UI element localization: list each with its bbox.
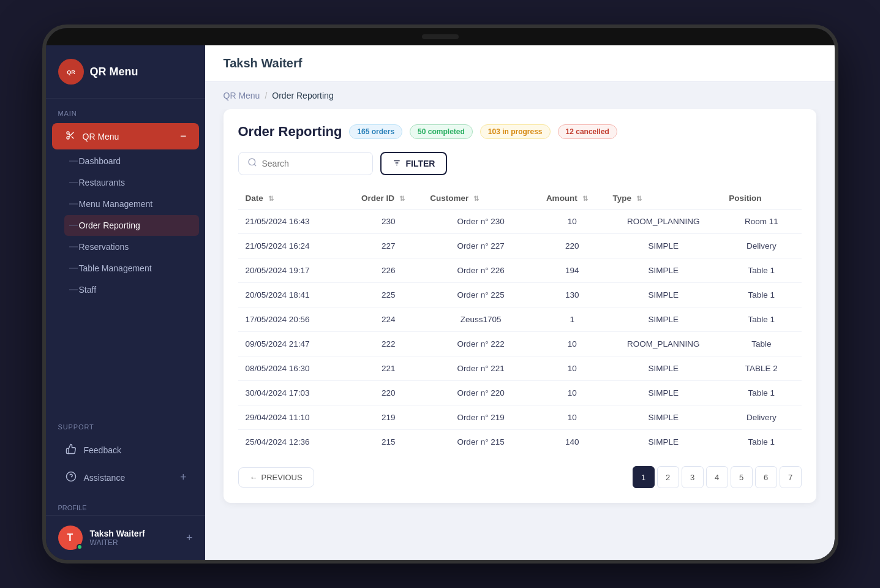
svg-line-5 <box>254 164 256 166</box>
table-row[interactable]: 30/04/2024 17:03 220 Order n° 220 10 SIM… <box>238 381 802 405</box>
sidebar-profile[interactable]: T Taksh Waiterf WAITER + <box>46 515 205 560</box>
col-header-type[interactable]: Type ⇅ <box>606 187 722 209</box>
cell-order-id: 219 <box>354 405 423 430</box>
sidebar-support: Support Feedback <box>46 412 205 498</box>
online-indicator <box>77 544 83 550</box>
page-button-5[interactable]: 5 <box>731 466 753 488</box>
cell-order-id: 224 <box>354 307 423 332</box>
cell-order-id: 222 <box>354 332 423 356</box>
cell-date: 09/05/2024 21:47 <box>238 332 355 356</box>
assistance-plus-icon[interactable]: + <box>180 471 187 484</box>
cell-customer: Order n° 215 <box>423 430 539 454</box>
sidebar-logo: QR QR Menu <box>46 45 205 99</box>
cell-amount: 1 <box>539 307 606 332</box>
sort-customer-icon: ⇅ <box>473 195 479 202</box>
sidebar-item-restaurants[interactable]: Restaurants <box>64 172 199 193</box>
table-row[interactable]: 09/05/2024 21:47 222 Order n° 222 10 ROO… <box>238 332 802 356</box>
sidebar-nav: Main QR Menu − Dashboard <box>46 99 205 412</box>
sidebar-item-order-reporting[interactable]: Order Reporting <box>64 215 199 236</box>
page-button-6[interactable]: 6 <box>755 466 777 488</box>
cell-date: 21/05/2024 16:24 <box>238 234 355 258</box>
table-row[interactable]: 20/05/2024 19:17 226 Order n° 226 194 SI… <box>238 258 802 283</box>
cell-customer: Zeuss1705 <box>423 307 539 332</box>
sidebar-item-assistance[interactable]: Assistance + <box>52 464 199 491</box>
table-row[interactable]: 17/05/2024 20:56 224 Zeuss1705 1 SIMPLE … <box>238 307 802 332</box>
sidebar-item-table-management[interactable]: Table Management <box>64 258 199 279</box>
app-wrapper: QR QR Menu Main QR Menu − <box>46 45 835 560</box>
staff-label: Staff <box>79 285 97 295</box>
content-area: Order Reporting 165 orders 50 completed … <box>205 109 835 560</box>
col-header-position: Position <box>721 187 801 209</box>
sidebar-item-staff[interactable]: Staff <box>64 279 199 300</box>
cell-customer: Order n° 220 <box>423 381 539 405</box>
page-button-4[interactable]: 4 <box>706 466 728 488</box>
table-row[interactable]: 20/05/2024 18:41 225 Order n° 225 130 SI… <box>238 283 802 307</box>
profile-plus-icon[interactable]: + <box>186 532 193 545</box>
page-button-1[interactable]: 1 <box>633 466 655 488</box>
page-button-7[interactable]: 7 <box>780 466 802 488</box>
table-management-label: Table Management <box>79 263 152 273</box>
scissors-icon <box>64 130 77 142</box>
sidebar-item-dashboard[interactable]: Dashboard <box>64 151 199 172</box>
cell-customer: Order n° 225 <box>423 283 539 307</box>
col-header-amount[interactable]: Amount ⇅ <box>539 187 606 209</box>
table-header-row: Date ⇅ Order ID ⇅ Customer ⇅ <box>238 187 802 209</box>
search-input[interactable] <box>262 159 364 168</box>
cell-position: Table 1 <box>721 307 801 332</box>
cell-type: SIMPLE <box>606 381 722 405</box>
table-row[interactable]: 08/05/2024 16:30 221 Order n° 221 10 SIM… <box>238 356 802 381</box>
filter-button[interactable]: FILTER <box>380 152 448 175</box>
prev-arrow-icon: ← <box>250 473 258 482</box>
col-header-customer[interactable]: Customer ⇅ <box>423 187 539 209</box>
breadcrumb: QR Menu / Order Reporting <box>205 82 835 109</box>
sidebar-item-menu-management[interactable]: Menu Management <box>64 194 199 214</box>
cell-customer: Order n° 221 <box>423 356 539 381</box>
table-body: 21/05/2024 16:43 230 Order n° 230 10 ROO… <box>238 209 802 454</box>
table-row[interactable]: 25/04/2024 12:36 215 Order n° 215 140 SI… <box>238 430 802 454</box>
cell-date: 29/04/2024 11:10 <box>238 405 355 430</box>
cell-amount: 194 <box>539 258 606 283</box>
cell-order-id: 227 <box>354 234 423 258</box>
table-row[interactable]: 21/05/2024 16:43 230 Order n° 230 10 ROO… <box>238 209 802 234</box>
cell-customer: Order n° 219 <box>423 405 539 430</box>
top-header: Taksh Waiterf <box>205 45 835 82</box>
filter-label: FILTER <box>406 159 435 168</box>
table-row[interactable]: 21/05/2024 16:24 227 Order n° 227 220 SI… <box>238 234 802 258</box>
previous-button[interactable]: ← PREVIOUS <box>238 467 314 488</box>
data-table: Date ⇅ Order ID ⇅ Customer ⇅ <box>238 187 802 454</box>
cell-date: 25/04/2024 12:36 <box>238 430 355 454</box>
col-header-order-id[interactable]: Order ID ⇅ <box>354 187 423 209</box>
device-camera <box>422 34 459 39</box>
profile-info: Taksh Waiterf WAITER <box>90 529 179 547</box>
page-button-2[interactable]: 2 <box>657 466 679 488</box>
cell-type: ROOM_PLANNING <box>606 209 722 234</box>
sidebar-item-reservations[interactable]: Reservations <box>64 236 199 257</box>
cell-customer: Order n° 226 <box>423 258 539 283</box>
cell-amount: 10 <box>539 381 606 405</box>
sidebar-main-label: Main <box>46 99 205 122</box>
breadcrumb-root[interactable]: QR Menu <box>224 91 260 100</box>
order-reporting-card: Order Reporting 165 orders 50 completed … <box>224 109 816 503</box>
sidebar-item-qr-menu[interactable]: QR Menu − <box>52 123 199 149</box>
badge-total: 165 orders <box>349 124 402 139</box>
badge-cancelled: 12 cancelled <box>558 124 617 139</box>
cell-date: 30/04/2024 17:03 <box>238 381 355 405</box>
table-row[interactable]: 29/04/2024 11:10 219 Order n° 219 10 SIM… <box>238 405 802 430</box>
assistance-icon <box>64 471 78 484</box>
avatar: T <box>58 526 83 550</box>
sidebar-item-feedback[interactable]: Feedback <box>52 437 199 463</box>
profile-role: WAITER <box>90 538 179 547</box>
cell-position: Delivery <box>721 234 801 258</box>
filter-icon <box>393 159 401 169</box>
cell-position: Table 1 <box>721 283 801 307</box>
cell-date: 20/05/2024 18:41 <box>238 283 355 307</box>
cell-type: SIMPLE <box>606 430 722 454</box>
logo-icon: QR <box>58 59 84 85</box>
col-header-date[interactable]: Date ⇅ <box>238 187 355 209</box>
cell-amount: 10 <box>539 405 606 430</box>
prev-label: PREVIOUS <box>261 473 303 482</box>
cell-order-id: 215 <box>354 430 423 454</box>
cell-order-id: 226 <box>354 258 423 283</box>
cell-order-id: 220 <box>354 381 423 405</box>
page-button-3[interactable]: 3 <box>682 466 704 488</box>
